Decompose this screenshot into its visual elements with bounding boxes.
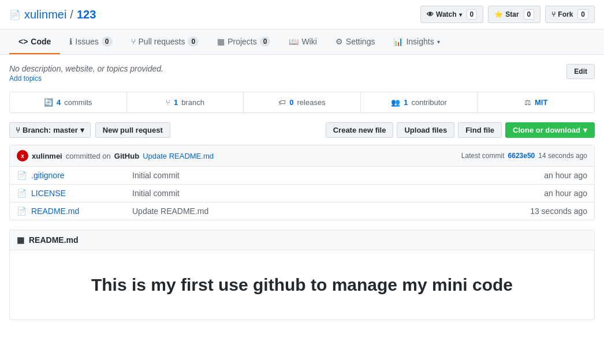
fork-button[interactable]: ⑂ Fork 0 [545,6,595,23]
repo-separator: / [70,8,73,21]
eye-icon: 👁 [427,10,434,18]
commit-message[interactable]: Update README.md [143,152,214,160]
branch-caret: ▾ [80,126,84,134]
commit-author[interactable]: xulinmei [32,152,62,160]
tab-insights-label: Insights [406,37,434,46]
file-icon: 📄 [17,207,27,216]
tab-code-label: Code [31,37,51,46]
commit-action: committed on [66,152,111,160]
stat-branches[interactable]: ⑂ 1 branch [127,92,244,112]
commits-count: 4 [57,98,61,107]
commits-label: commits [64,98,92,107]
main-content: No description, website, or topics provi… [0,55,604,329]
commit-org: GitHub [114,152,139,160]
releases-icon: 🏷 [278,98,286,107]
star-count: 0 [524,9,535,20]
file-actions-left: ⑂ Branch: master ▾ New pull request [9,122,170,138]
stat-license[interactable]: ⚖ MIT [478,92,594,112]
table-row: 📄 LICENSE Initial commit an hour ago [10,185,594,202]
stat-contributors[interactable]: 👥 1 contributor [361,92,478,112]
file-icon: 📄 [17,189,27,198]
branch-icon-small: ⑂ [16,126,20,134]
branch-label-prefix: Branch: [23,126,51,134]
file-commit-msg: Initial commit [132,189,501,198]
readme-header: ▦ README.md [10,230,594,250]
issues-icon: ℹ [69,37,72,46]
top-bar: 📄 xulinmei / 123 👁 Watch ▾ 0 ⭐ Star 0 ⑂ [0,0,604,29]
projects-badge: 0 [260,36,271,47]
file-commit-msg: Update README.md [132,207,501,216]
edit-button[interactable]: Edit [566,64,595,79]
insights-caret: ▾ [437,39,440,45]
commit-row-right: Latest commit 6623e50 14 seconds ago [461,152,587,160]
releases-label: releases [297,98,326,107]
action-buttons: 👁 Watch ▾ 0 ⭐ Star 0 ⑂ Fork 0 [420,6,595,23]
tab-projects[interactable]: ▦ Projects 0 [208,29,279,55]
find-file-button[interactable]: Find file [458,122,502,138]
tab-wiki-label: Wiki [301,37,316,46]
fork-label: Fork [558,10,573,18]
tab-issues[interactable]: ℹ Issues 0 [60,29,121,55]
clone-or-download-button[interactable]: Clone or download ▾ [505,122,595,138]
description-bar: No description, website, or topics provi… [9,64,595,82]
tabs: <> Code ℹ Issues 0 ⑂ Pull requests 0 ▦ P… [0,29,604,55]
repo-name-link[interactable]: 123 [77,8,96,21]
file-name-col: 📄 README.md [17,207,132,216]
repo-owner-link[interactable]: xulinmei [24,8,66,21]
branch-name: master [53,126,78,134]
fork-count: 0 [577,9,588,20]
upload-files-button[interactable]: Upload files [397,122,454,138]
watch-count: 0 [467,9,478,20]
contributors-label: contributor [411,98,446,107]
issues-badge: 0 [102,36,113,47]
watch-group: 👁 Watch ▾ 0 [420,6,483,23]
projects-icon: ▦ [217,37,225,46]
stat-commits[interactable]: 🔄 4 commits [10,92,127,112]
star-button[interactable]: ⭐ Star 0 [488,6,540,23]
watch-button[interactable]: 👁 Watch ▾ 0 [420,6,483,23]
star-label: Star [505,10,519,18]
license-icon: ⚖ [524,98,531,107]
add-topics-link[interactable]: Add topics [9,74,42,82]
commit-hash[interactable]: 6623e50 [508,152,535,160]
stat-releases[interactable]: 🏷 0 releases [244,92,361,112]
commits-icon: 🔄 [44,98,53,107]
settings-icon: ⚙ [335,37,343,46]
tab-code[interactable]: <> Code [9,30,60,54]
file-name-col: 📄 LICENSE [17,189,132,198]
branch-icon: ⑂ [166,98,170,107]
watch-label: Watch [436,10,457,18]
file-link[interactable]: README.md [31,207,79,216]
commit-row-left: x xulinmei committed on GitHub Update RE… [17,150,214,162]
file-link[interactable]: LICENSE [31,189,66,198]
tab-projects-label: Projects [228,37,257,46]
file-commit-msg: Initial commit [132,171,501,180]
releases-count: 0 [289,98,293,107]
commit-time: 14 seconds ago [538,152,587,160]
file-time: an hour ago [501,189,587,198]
tab-wiki[interactable]: 📖 Wiki [279,30,326,54]
file-link[interactable]: .gitignore [31,171,65,180]
tab-insights[interactable]: 📊 Insights ▾ [384,30,449,54]
tab-settings[interactable]: ⚙ Settings [326,30,385,54]
readme-content: This is my first use github to manage my… [10,250,594,320]
contributors-count: 1 [404,98,408,107]
file-time: an hour ago [501,171,587,180]
readme-heading: This is my first use github to manage my… [91,275,513,295]
file-actions-row: ⑂ Branch: master ▾ New pull request Crea… [9,122,595,138]
contributors-icon: 👥 [391,98,400,107]
file-table: x xulinmei committed on GitHub Update RE… [9,145,595,220]
file-actions-right: Create new file Upload files Find file C… [326,122,595,138]
new-pull-request-button[interactable]: New pull request [95,122,170,138]
insights-icon: 📊 [393,37,403,46]
commit-avatar: x [17,150,28,162]
description-left: No description, website, or topics provi… [9,64,163,82]
table-row: 📄 README.md Update README.md 13 seconds … [10,202,594,220]
file-name-col: 📄 .gitignore [17,171,132,180]
clone-label: Clone or download [513,126,580,134]
readme-icon: ▦ [17,235,24,245]
tab-issues-label: Issues [75,37,98,46]
branch-selector[interactable]: ⑂ Branch: master ▾ [9,122,91,138]
create-new-file-button[interactable]: Create new file [326,122,394,138]
tab-pull-requests[interactable]: ⑂ Pull requests 0 [122,29,208,55]
